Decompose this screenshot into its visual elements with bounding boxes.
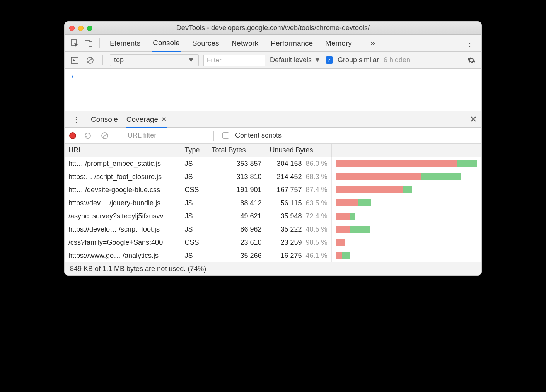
table-row[interactable]: htt… /devsite-google-blue.cssCSS191 9011…: [65, 183, 481, 196]
group-similar-checkbox[interactable]: ✓: [326, 56, 333, 64]
content-scripts-checkbox[interactable]: [222, 132, 229, 139]
devtools-window: DevTools - developers.google.com/web/too…: [64, 21, 482, 276]
log-levels-label: Default levels: [270, 56, 312, 64]
table-row[interactable]: https:… /script_foot_closure.jsJS313 810…: [65, 170, 481, 183]
reload-icon[interactable]: [82, 130, 93, 141]
drawer-tab-label: Coverage: [126, 115, 158, 124]
bar-unused: [336, 199, 358, 206]
divider: [102, 55, 103, 65]
panel-tabs: Elements Console Sources Network Perform…: [109, 34, 375, 52]
close-drawer-icon[interactable]: ✕: [470, 114, 477, 124]
cell-total-bytes: 49 621: [208, 210, 266, 223]
coverage-url-filter-input[interactable]: [128, 131, 205, 140]
cell-type: JS: [181, 170, 208, 183]
drawer-tab-console[interactable]: Console: [90, 113, 119, 126]
tab-performance[interactable]: Performance: [270, 37, 314, 49]
cell-usage-bar: [331, 236, 481, 249]
table-row[interactable]: /async_survey?site=ylj5ifxusvvJS49 62135…: [65, 210, 481, 223]
console-settings-gear-icon[interactable]: [466, 55, 477, 66]
header-total[interactable]: Total Bytes: [208, 144, 266, 157]
console-filter-input[interactable]: [203, 55, 265, 66]
cell-url: /async_survey?site=ylj5ifxusvv: [65, 210, 181, 223]
cell-usage-bar: [331, 210, 481, 223]
cell-unused-bytes: 214 45268.3 %: [266, 170, 331, 183]
bar-used: [358, 199, 371, 206]
cell-total-bytes: 35 266: [208, 249, 266, 262]
tab-elements[interactable]: Elements: [109, 37, 141, 49]
table-row[interactable]: htt… /prompt_embed_static.jsJS353 857304…: [65, 157, 481, 170]
cell-unused-bytes: 23 25998.5 %: [266, 236, 331, 249]
drawer-kebab-icon[interactable]: ⋮: [69, 115, 83, 124]
cell-url: https:… /script_foot_closure.js: [65, 170, 181, 183]
cell-type: JS: [181, 157, 208, 170]
cell-usage-bar: [331, 249, 481, 262]
svg-line-5: [88, 58, 92, 63]
bar-unused: [336, 186, 403, 193]
divider: [99, 38, 100, 48]
coverage-status-text: 849 KB of 1.1 MB bytes are not used. (74…: [70, 265, 206, 273]
cell-url: htt… /devsite-google-blue.css: [65, 183, 181, 196]
table-row[interactable]: https://dev… /jquery-bundle.jsJS88 41256…: [65, 196, 481, 210]
cell-url: https://develo… /script_foot.js: [65, 223, 181, 236]
chevron-down-icon: ▼: [314, 56, 321, 64]
bar-used: [350, 213, 355, 220]
cell-url: htt… /prompt_embed_static.js: [65, 157, 181, 170]
clear-console-icon[interactable]: [85, 55, 96, 66]
header-url[interactable]: URL: [65, 144, 181, 157]
bar-used: [342, 252, 350, 259]
header-unused[interactable]: Unused Bytes: [266, 144, 331, 157]
cell-usage-bar: [331, 170, 481, 183]
console-sidebar-toggle-icon[interactable]: [69, 55, 80, 66]
hidden-messages-count[interactable]: 6 hidden: [384, 56, 410, 64]
cell-total-bytes: 86 962: [208, 223, 266, 236]
main-tabbar: Elements Console Sources Network Perform…: [65, 35, 481, 52]
cell-type: CSS: [181, 183, 208, 196]
titlebar: DevTools - developers.google.com/web/too…: [65, 22, 481, 35]
header-bar[interactable]: [331, 144, 481, 157]
drawer-tabbar: ⋮ Console Coverage ✕ ✕: [65, 111, 481, 128]
cell-total-bytes: 191 901: [208, 183, 266, 196]
settings-kebab-icon[interactable]: ⋮: [463, 39, 477, 48]
execution-context-select[interactable]: top ▼: [110, 54, 199, 66]
execution-context-value: top: [114, 56, 124, 64]
drawer-tab-label: Console: [91, 115, 118, 124]
tab-memory[interactable]: Memory: [324, 37, 353, 49]
cell-total-bytes: 23 610: [208, 236, 266, 249]
divider: [459, 55, 459, 65]
tab-console[interactable]: Console: [152, 37, 181, 52]
clear-coverage-icon[interactable]: [99, 130, 110, 141]
cell-type: JS: [181, 249, 208, 262]
svg-rect-2: [89, 42, 92, 47]
close-tab-icon[interactable]: ✕: [161, 116, 166, 123]
header-type[interactable]: Type: [181, 144, 208, 157]
table-row[interactable]: https://www.go… /analytics.jsJS35 26616 …: [65, 249, 481, 262]
table-row[interactable]: https://develo… /script_foot.jsJS86 9623…: [65, 223, 481, 236]
cell-total-bytes: 313 810: [208, 170, 266, 183]
bar-unused: [336, 213, 350, 220]
tab-sources[interactable]: Sources: [191, 37, 220, 49]
group-similar-label: Group similar: [338, 56, 379, 64]
tabs-overflow-button[interactable]: »: [370, 38, 375, 48]
chevron-down-icon: ▼: [188, 56, 195, 64]
bar-used: [350, 226, 370, 233]
console-prompt-icon: ›: [72, 73, 74, 80]
inspect-element-icon[interactable]: [69, 38, 80, 49]
cell-unused-bytes: 304 15886.0 %: [266, 157, 331, 170]
cell-usage-bar: [331, 196, 481, 210]
cell-url: /css?family=Google+Sans:400: [65, 236, 181, 249]
cell-usage-bar: [331, 183, 481, 196]
bar-unused: [336, 239, 345, 246]
cell-unused-bytes: 35 94872.4 %: [266, 210, 331, 223]
table-row[interactable]: /css?family=Google+Sans:400CSS23 61023 2…: [65, 236, 481, 249]
cell-usage-bar: [331, 157, 481, 170]
cell-type: JS: [181, 223, 208, 236]
window-title: DevTools - developers.google.com/web/too…: [65, 24, 481, 32]
tab-network[interactable]: Network: [231, 37, 259, 49]
cell-total-bytes: 353 857: [208, 157, 266, 170]
drawer-tab-coverage[interactable]: Coverage ✕: [126, 113, 167, 128]
console-body[interactable]: ›: [65, 69, 481, 111]
device-mode-icon[interactable]: [83, 38, 94, 49]
log-levels-select[interactable]: Default levels ▼: [270, 56, 321, 64]
divider: [457, 38, 457, 48]
record-button[interactable]: [69, 132, 76, 139]
